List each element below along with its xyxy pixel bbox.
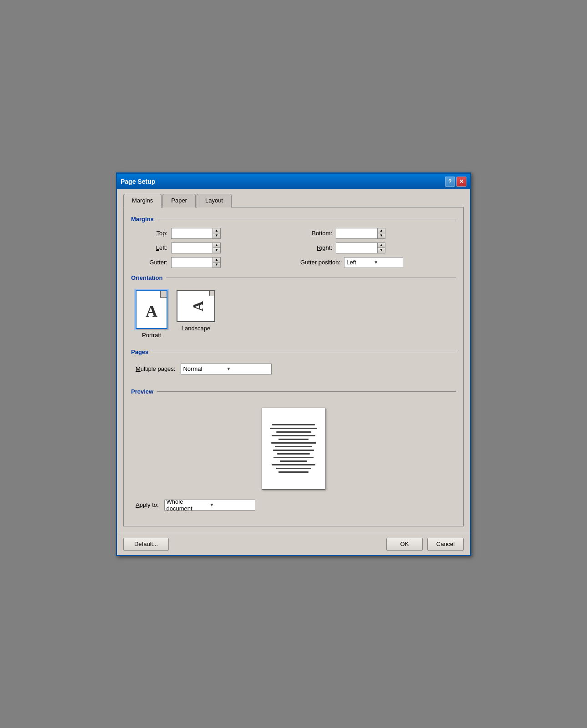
gutter-spinner-buttons: ▲ ▼ [213, 258, 220, 268]
landscape-label: Landscape [182, 325, 211, 332]
tab-bar: Margins Paper Layout [123, 194, 464, 207]
left-input[interactable]: 2.54 cm [172, 243, 213, 253]
top-spinner-buttons: ▲ ▼ [213, 228, 220, 238]
right-spinner-buttons: ▲ ▼ [377, 243, 385, 253]
margins-section-heading: Margins [131, 216, 456, 222]
dialog-title: Page Setup [121, 178, 155, 185]
apply-to-value: Whole document [167, 498, 210, 512]
preview-line-11 [280, 460, 308, 462]
cancel-button[interactable]: Cancel [427, 538, 464, 551]
apply-to-arrow: ▼ [210, 502, 253, 507]
gutter-position-field-row: Gutter position: Left ▼ [300, 257, 451, 268]
bottom-field-row: Bottom: 2.54 cm ▲ ▼ [300, 228, 451, 239]
multiple-pages-arrow: ▼ [226, 366, 269, 371]
gutter-increment[interactable]: ▲ [213, 258, 220, 263]
top-field-row: Top: 2.54 cm ▲ ▼ [136, 228, 287, 239]
preview-line-10 [273, 457, 314, 458]
apply-to-dropdown[interactable]: Whole document ▼ [164, 500, 255, 511]
dialog-body: Margins Paper Layout Margins Top: 2.54 c… [117, 189, 470, 533]
tab-layout[interactable]: Layout [197, 194, 232, 207]
top-label: Top: [136, 230, 167, 237]
right-spinner[interactable]: 2.54 cm ▲ ▼ [336, 243, 385, 253]
preview-line-12 [272, 464, 316, 465]
bottom-spinner-buttons: ▲ ▼ [377, 228, 385, 238]
preview-line-8 [273, 450, 314, 451]
right-increment[interactable]: ▲ [378, 243, 385, 248]
right-input[interactable]: 2.54 cm [336, 243, 377, 253]
gutter-input[interactable]: 0 cm [172, 258, 213, 268]
gutter-position-dropdown[interactable]: Left ▼ [344, 257, 403, 268]
landscape-dog-ear [209, 291, 214, 296]
portrait-option[interactable]: A Portrait [136, 290, 167, 339]
bottom-increment[interactable]: ▲ [378, 228, 385, 233]
multiple-pages-dropdown[interactable]: Normal ▼ [181, 364, 272, 374]
preview-line-7 [275, 446, 313, 447]
left-field-row: Left: 2.54 cm ▲ ▼ [136, 243, 287, 253]
right-decrement[interactable]: ▼ [378, 248, 385, 253]
portrait-dog-ear [160, 291, 167, 298]
right-field-row: Right: 2.54 cm ▲ ▼ [300, 243, 451, 253]
left-label: Left: [136, 244, 167, 251]
orientation-heading: Orientation [131, 274, 456, 281]
preview-line-6 [271, 442, 316, 444]
top-decrement[interactable]: ▼ [213, 233, 220, 238]
gutter-position-label: Gutter position: [300, 259, 340, 266]
close-button[interactable]: ✕ [456, 177, 466, 187]
top-spinner[interactable]: 2.54 cm ▲ ▼ [171, 228, 221, 239]
preview-section: Preview [131, 388, 456, 513]
preview-line-2 [270, 428, 318, 429]
left-decrement[interactable]: ▼ [213, 248, 220, 253]
gutter-field-row: Gutter: 0 cm ▲ ▼ [136, 257, 287, 268]
multiple-pages-label: Multiple pages: [136, 365, 175, 372]
help-button[interactable]: ? [445, 177, 455, 187]
ok-button[interactable]: OK [386, 538, 423, 551]
gutter-position-arrow: ▼ [374, 260, 401, 265]
bottom-decrement[interactable]: ▼ [378, 233, 385, 238]
preview-line-3 [276, 431, 311, 433]
title-bar-buttons: ? ✕ [445, 177, 466, 187]
preview-line-1 [272, 424, 315, 425]
bottom-input[interactable]: 2.54 cm [336, 228, 377, 238]
portrait-letter: A [146, 299, 157, 319]
tab-margins[interactable]: Margins [123, 194, 162, 208]
orientation-options: A Portrait A Landscape [131, 287, 456, 342]
landscape-icon: A [177, 290, 215, 322]
pages-heading: Pages [131, 349, 456, 355]
top-increment[interactable]: ▲ [213, 228, 220, 233]
pages-row: Multiple pages: Normal ▼ [131, 361, 456, 382]
multiple-pages-value: Normal [183, 365, 226, 372]
preview-page [262, 408, 325, 490]
apply-to-row: Apply to: Whole document ▼ [131, 497, 456, 513]
preview-line-9 [277, 453, 310, 455]
bottom-spinner[interactable]: 2.54 cm ▲ ▼ [336, 228, 385, 239]
gutter-decrement[interactable]: ▼ [213, 263, 220, 268]
page-setup-dialog: Page Setup ? ✕ Margins Paper Layout Marg… [116, 172, 471, 556]
preview-area [131, 400, 456, 497]
portrait-label: Portrait [142, 332, 161, 339]
landscape-option[interactable]: A Landscape [177, 290, 215, 339]
title-bar: Page Setup ? ✕ [117, 174, 470, 189]
pages-section: Pages Multiple pages: Normal ▼ [131, 349, 456, 382]
tab-content: Margins Top: 2.54 cm ▲ ▼ Bottom: [123, 207, 464, 526]
right-label: Right: [300, 244, 332, 251]
preview-line-13 [276, 468, 311, 469]
top-input[interactable]: 2.54 cm [172, 228, 213, 238]
preview-line-5 [278, 439, 309, 440]
apply-to-label: Apply to: [136, 501, 159, 508]
orientation-section: Orientation A Portrait A [131, 274, 456, 342]
portrait-icon: A [136, 290, 167, 329]
margins-grid: Top: 2.54 cm ▲ ▼ Bottom: 2.54 cm [131, 228, 456, 268]
left-spinner-buttons: ▲ ▼ [213, 243, 220, 253]
gutter-position-value: Left [346, 259, 374, 266]
gutter-label: Gutter: [136, 259, 167, 266]
preview-line-14 [278, 471, 309, 473]
left-increment[interactable]: ▲ [213, 243, 220, 248]
bottom-label: Bottom: [300, 230, 332, 237]
footer-right: OK Cancel [386, 538, 464, 551]
preview-line-4 [272, 435, 316, 436]
left-spinner[interactable]: 2.54 cm ▲ ▼ [171, 243, 221, 253]
landscape-letter: A [187, 301, 205, 311]
gutter-spinner[interactable]: 0 cm ▲ ▼ [171, 257, 221, 268]
tab-paper[interactable]: Paper [162, 194, 196, 207]
default-button[interactable]: Default... [123, 538, 169, 551]
